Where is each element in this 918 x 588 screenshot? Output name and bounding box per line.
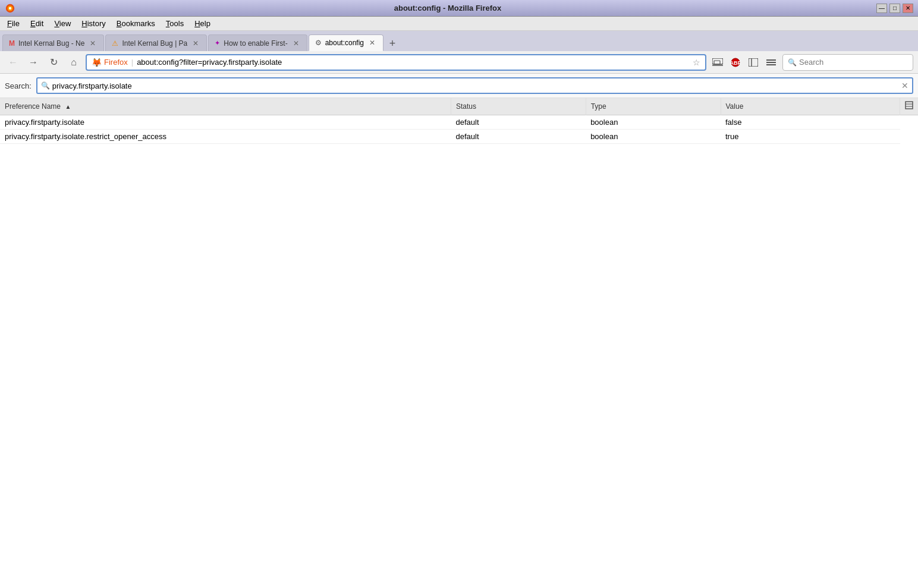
tab2-favicon: ⚠ [112, 39, 118, 48]
config-search-clear-icon[interactable]: ✕ [901, 81, 908, 90]
tab2-label: Intel Kernal Bug | Pa [122, 39, 187, 48]
url-bar[interactable]: 🦊 Firefox | ☆ [86, 54, 706, 71]
search-bar-icon: 🔍 [788, 58, 797, 67]
table-row[interactable]: privacy.firstparty.isolate.restrict_open… [0, 129, 918, 143]
menu-file[interactable]: File [2, 18, 24, 29]
svg-text:ABP: ABP [731, 60, 740, 66]
tab-intel-kernal-1[interactable]: M Intel Kernal Bug - Ne ✕ [2, 34, 104, 51]
url-separator: | [131, 58, 133, 67]
home-button[interactable]: ⌂ [65, 54, 82, 71]
url-input[interactable] [137, 58, 693, 67]
tab4-label: about:config [325, 39, 364, 47]
cell-preference-name: privacy.firstparty.isolate.restrict_open… [0, 129, 451, 143]
new-tab-button[interactable]: + [385, 36, 400, 51]
search-bar[interactable]: 🔍 [782, 54, 913, 71]
tab3-label: How to enable First- [224, 39, 287, 48]
menu-icon[interactable] [763, 55, 779, 70]
url-firefox-label: Firefox [104, 58, 128, 67]
tab-intel-kernal-2[interactable]: ⚠ Intel Kernal Bug | Pa ✕ [105, 34, 207, 51]
config-search-icon: 🔍 [41, 81, 50, 90]
window-controls: — □ ✕ [876, 4, 913, 13]
tab2-close-button[interactable]: ✕ [191, 39, 200, 48]
content-area: Search: 🔍 ✕ Preference Name ▲ Status Typ… [0, 74, 918, 588]
forward-button[interactable]: → [25, 54, 42, 71]
tab3-close-button[interactable]: ✕ [291, 39, 301, 48]
svg-rect-13 [906, 102, 913, 109]
col-header-status[interactable]: Status [451, 98, 586, 115]
close-button[interactable]: ✕ [903, 4, 913, 13]
table-header-row: Preference Name ▲ Status Type Value [0, 98, 918, 115]
search-input[interactable] [799, 58, 894, 67]
sort-arrow-icon: ▲ [65, 103, 71, 110]
tab1-favicon: M [9, 39, 15, 48]
menu-tools[interactable]: Tools [161, 18, 188, 29]
cell-status: default [451, 129, 586, 143]
cell-preference-name: privacy.firstparty.isolate [0, 115, 451, 129]
cell-status: default [451, 115, 586, 129]
adblock-icon[interactable]: ABP [728, 55, 743, 70]
tab-how-to-enable[interactable]: ✦ How to enable First- ✕ [208, 34, 307, 51]
col-header-actions [900, 98, 919, 115]
cell-value: true [721, 129, 900, 143]
svg-rect-8 [749, 58, 758, 67]
menu-help[interactable]: Help [190, 18, 215, 29]
menu-bookmarks[interactable]: Bookmarks [112, 18, 160, 29]
reload-button[interactable]: ↻ [45, 54, 62, 71]
col-header-preference-name[interactable]: Preference Name ▲ [0, 98, 451, 115]
tab1-close-button[interactable]: ✕ [88, 39, 98, 48]
menu-history[interactable]: History [77, 18, 110, 29]
config-search-bar: Search: 🔍 ✕ [0, 74, 918, 98]
minimize-button[interactable]: — [876, 4, 887, 13]
tab4-favicon: ⚙ [315, 39, 322, 47]
nav-right-icons: ABP [710, 55, 779, 70]
tab-about-config[interactable]: ⚙ about:config ✕ [309, 34, 383, 51]
url-firefox-icon: 🦊 [92, 58, 102, 67]
menu-view[interactable]: View [49, 18, 76, 29]
window-title: about:config - Mozilla Firefox [19, 4, 876, 12]
col-header-value[interactable]: Value [721, 98, 900, 115]
cell-value: false [721, 115, 900, 129]
svg-rect-4 [714, 61, 720, 64]
tab1-label: Intel Kernal Bug - Ne [18, 39, 84, 48]
menu-edit[interactable]: Edit [26, 18, 48, 29]
tab3-favicon: ✦ [215, 39, 220, 47]
nav-bar: ← → ↻ ⌂ 🦊 Firefox | ☆ ABP [0, 51, 918, 74]
title-bar: about:config - Mozilla Firefox — □ ✕ [0, 0, 918, 17]
tab-bar: M Intel Kernal Bug - Ne ✕ ⚠ Intel Kernal… [0, 31, 918, 51]
bookmark-star-icon[interactable]: ☆ [693, 58, 700, 67]
col-header-type[interactable]: Type [586, 98, 721, 115]
tab4-close-button[interactable]: ✕ [367, 38, 377, 48]
firefox-logo-icon [5, 3, 15, 14]
sidebar-toggle-icon[interactable] [746, 55, 761, 70]
config-search-label: Search: [5, 81, 32, 90]
synced-tabs-icon[interactable] [710, 55, 725, 70]
config-search-input[interactable] [52, 81, 901, 90]
table-row[interactable]: privacy.firstparty.isolatedefaultboolean… [0, 115, 918, 129]
svg-point-2 [9, 7, 11, 9]
cell-type: boolean [586, 129, 721, 143]
config-table: Preference Name ▲ Status Type Value [0, 98, 918, 144]
cell-type: boolean [586, 115, 721, 129]
menu-bar: File Edit View History Bookmarks Tools H… [0, 17, 918, 31]
config-search-wrapper[interactable]: 🔍 ✕ [36, 77, 913, 94]
back-button[interactable]: ← [5, 54, 21, 71]
maximize-button[interactable]: □ [889, 4, 900, 13]
